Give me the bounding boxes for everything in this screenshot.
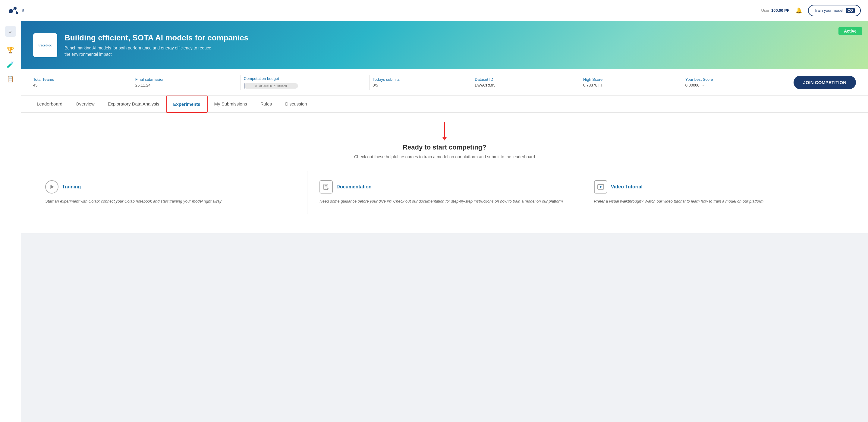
ready-subtitle: Check out these helpful resources to tra… — [33, 154, 856, 159]
training-description: Start an experiment with Colab: connect … — [45, 198, 295, 205]
competition-logo: tracebloc — [33, 33, 57, 57]
resource-card-training: Training Start an experiment with Colab:… — [33, 171, 307, 214]
resource-card-documentation: Documentation Need some guidance before … — [307, 171, 582, 214]
sidebar-icon-flask[interactable]: 🧪 — [7, 61, 14, 68]
logo-area: β — [0, 2, 24, 19]
sidebar-icon-document[interactable]: 📋 — [7, 76, 14, 83]
tab-experiments[interactable]: Experiments — [166, 95, 208, 113]
video-tutorial-card-header: Video Tutorial — [594, 180, 844, 193]
video-tutorial-icon — [594, 180, 607, 193]
svg-marker-11 — [600, 186, 602, 188]
annotation-container — [33, 122, 856, 141]
competition-subtitle: Benchmarking AI models for both performa… — [64, 45, 215, 58]
documentation-description: Need some guidance before your dive in? … — [319, 198, 569, 205]
your-best-score-stat: Your best Score 0.00000 | - — [685, 77, 787, 87]
final-submission-value: 25.11.24 — [135, 83, 238, 87]
competition-title: Building efficient, SOTA AI models for c… — [64, 33, 248, 42]
competition-banner: tracebloc Building efficient, SOTA AI mo… — [21, 21, 868, 69]
competition-text: Building efficient, SOTA AI models for c… — [64, 33, 248, 58]
todays-submits-stat: Todays submits 0/5 — [373, 77, 475, 87]
colab-badge: CO — [846, 8, 855, 13]
stat-divider-3 — [580, 75, 580, 90]
train-btn-label: Train your model — [814, 8, 843, 13]
dataset-id-label: Dataset ID — [475, 77, 577, 82]
high-score-label: High Score — [583, 77, 685, 82]
high-score-value: 0.78378 | 1. — [583, 83, 685, 87]
sidebar: » 🏆 🧪 📋 — [0, 21, 21, 233]
tabs-navigation: Leaderboard Overview Exploratory Data An… — [21, 95, 868, 113]
total-teams-label: Total Teams — [33, 77, 135, 82]
todays-submits-label: Todays submits — [373, 77, 475, 82]
documentation-title[interactable]: Documentation — [336, 184, 371, 190]
resource-cards-container: Training Start an experiment with Colab:… — [33, 171, 856, 214]
annotation-arrow-head — [442, 137, 447, 141]
documentation-icon — [319, 180, 333, 193]
tab-discussion[interactable]: Discussion — [278, 96, 314, 113]
ready-title: Ready to start competing? — [33, 144, 856, 151]
sidebar-icon-cup[interactable]: 🏆 — [7, 47, 14, 54]
high-score-stat: High Score 0.78378 | 1. — [583, 77, 685, 87]
video-tutorial-description: Prefer a visual walkthrough? Watch our v… — [594, 198, 844, 205]
stats-bar: Total Teams 45 Final submission 25.11.24… — [21, 69, 868, 95]
tab-leaderboard[interactable]: Leaderboard — [30, 96, 69, 113]
join-competition-button[interactable]: JOIN COMPETITION — [794, 76, 856, 89]
train-model-button[interactable]: Train your model CO — [808, 5, 861, 16]
budget-bar-fill — [244, 83, 245, 89]
tab-eda[interactable]: Exploratory Data Analysis — [101, 96, 166, 113]
computation-budget-label: Computation budget — [244, 76, 367, 81]
svg-marker-5 — [51, 185, 54, 189]
budget-bar-label: 0F of 200.00 PF utilized — [255, 84, 287, 87]
todays-submits-value: 0/5 — [373, 83, 475, 87]
user-info: User 100.00 PF — [761, 8, 789, 13]
user-label: User — [761, 8, 769, 13]
tab-overview[interactable]: Overview — [69, 96, 101, 113]
ready-section: Ready to start competing? Check out thes… — [33, 144, 856, 159]
final-submission-stat: Final submission 25.11.24 — [135, 77, 238, 87]
training-title[interactable]: Training — [62, 184, 81, 190]
your-best-score-label: Your best Score — [685, 77, 787, 82]
tab-rules[interactable]: Rules — [254, 96, 278, 113]
active-status-badge: Active — [838, 27, 862, 35]
user-pf-balance: 100.00 PF — [771, 8, 789, 13]
video-tutorial-title[interactable]: Video Tutorial — [611, 184, 643, 190]
dataset-id-value: DwwCRMI5 — [475, 83, 577, 87]
documentation-card-header: Documentation — [319, 180, 569, 193]
stat-divider-2 — [369, 75, 370, 90]
annotation-arrow-line — [444, 122, 445, 137]
experiments-tab-content: Ready to start competing? Check out thes… — [21, 113, 868, 233]
computation-budget-stat: Computation budget 0F of 200.00 PF utili… — [244, 76, 367, 89]
your-best-score-value: 0.00000 | - — [685, 83, 787, 87]
training-card-header: Training — [45, 180, 295, 193]
total-teams-stat: Total Teams 45 — [33, 77, 135, 87]
top-navigation: β User 100.00 PF 🔔 Train your model CO — [0, 0, 868, 21]
stat-divider-1 — [241, 75, 241, 90]
resource-card-video-tutorial: Video Tutorial Prefer a visual walkthrou… — [582, 171, 856, 214]
your-best-score-suffix: | - — [701, 83, 704, 87]
final-submission-label: Final submission — [135, 77, 238, 82]
budget-progress-bar: 0F of 200.00 PF utilized — [244, 83, 298, 89]
nav-right: User 100.00 PF 🔔 Train your model CO — [761, 5, 861, 16]
sidebar-toggle-button[interactable]: » — [5, 26, 16, 37]
high-score-suffix: | 1. — [598, 83, 603, 87]
tab-my-submissions[interactable]: My Submissions — [208, 96, 254, 113]
app-logo[interactable] — [5, 2, 22, 19]
notification-bell-icon[interactable]: 🔔 — [795, 7, 802, 14]
beta-label: β — [22, 9, 24, 12]
training-icon — [45, 180, 59, 193]
main-content: tracebloc Building efficient, SOTA AI mo… — [21, 21, 868, 233]
total-teams-value: 45 — [33, 83, 135, 87]
dataset-id-stat: Dataset ID DwwCRMI5 — [475, 77, 577, 87]
